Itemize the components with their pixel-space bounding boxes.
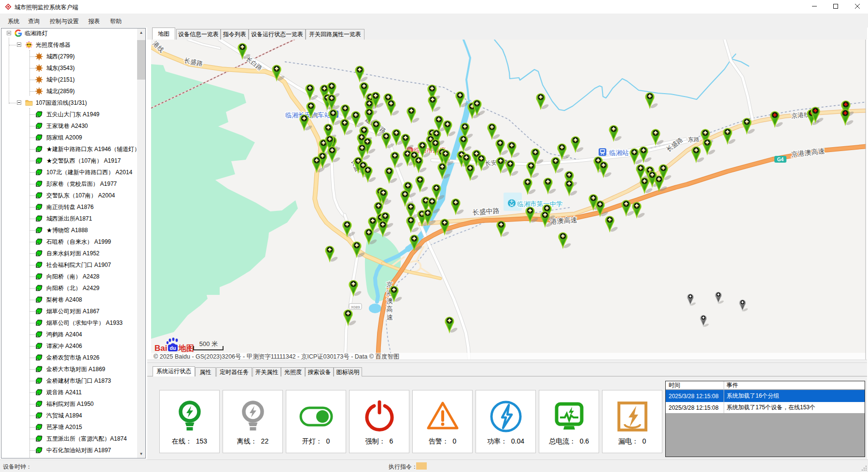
svg-text:东路: 东路: [688, 136, 700, 143]
svg-text:500 米: 500 米: [199, 340, 218, 347]
svg-text:速: 速: [386, 314, 393, 321]
svg-text:地图: 地图: [178, 344, 194, 352]
svg-text:© 2025 Baidu - GS(2023)3206号 -: © 2025 Baidu - GS(2023)3206号 - 甲测资字11111…: [154, 353, 399, 360]
svg-text:X089: X089: [351, 305, 360, 309]
svg-text:du: du: [170, 345, 176, 351]
svg-text:临湘市第一中学: 临湘市第一中学: [517, 200, 563, 208]
svg-text:Bai: Bai: [154, 344, 167, 353]
svg-text:高: 高: [386, 305, 393, 313]
svg-text:G4: G4: [777, 157, 784, 162]
svg-text:临湘站: 临湘站: [609, 149, 629, 156]
svg-text:澳: 澳: [386, 297, 393, 305]
